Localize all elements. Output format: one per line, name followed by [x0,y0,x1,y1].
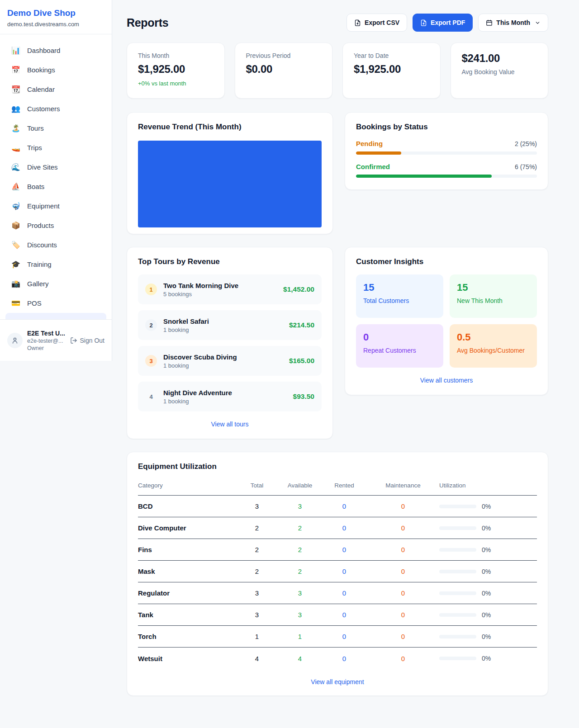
sidebar-item-bookings[interactable]: 📅 Bookings [5,60,106,80]
cell-category: BCD [138,502,236,510]
sidebar-item-gallery[interactable]: 📸 Gallery [5,274,106,293]
view-all-customers-link[interactable]: View all customers [356,377,537,384]
utilization-percent: 0% [482,590,491,597]
sign-out-button[interactable]: Sign Out [70,337,104,344]
sidebar-item-discounts[interactable]: 🏷️ Discounts [5,235,106,255]
utilization-bar [439,526,476,530]
sidebar-item-reports-active-partial[interactable] [5,313,106,319]
column-header: Category [138,482,236,489]
sign-out-label: Sign Out [80,337,104,344]
tile-repeat-customers: 0 Repeat Customers [356,324,443,368]
view-all-tours-link[interactable]: View all tours [138,421,322,428]
sidebar-item-dashboard[interactable]: 📊 Dashboard [5,41,106,60]
progress-track [356,175,537,178]
sidebar-item-label: Customers [27,105,60,113]
sidebar-item-tours[interactable]: 🏝️ Tours [5,118,106,138]
tour-name: Discover Scuba Diving [163,353,283,361]
sidebar-item-equipment[interactable]: 🤿 Equipment [5,196,106,216]
cell-category: Tank [138,611,236,619]
sidebar-item-products[interactable]: 📦 Products [5,216,106,235]
sidebar-item-label: Calendar [27,85,55,93]
people-icon: 👥 [11,104,21,113]
utilization-percent: 0% [482,611,491,619]
table-row: Dive Computer 2 2 0 0 0% [138,517,537,539]
utilization-bar [439,657,476,660]
sidebar-item-boats[interactable]: ⛵ Boats [5,177,106,196]
cell-utilization: 0% [439,611,537,619]
cell-utilization: 0% [439,655,537,662]
shop-name: Demo Dive Shop [7,8,104,18]
sidebar-item-label: Gallery [27,280,49,288]
tile-value: 0.5 [457,331,530,343]
stat-card-year-to-date: Year to Date $1,925.00 [342,43,441,99]
rank-badge: 2 [145,319,157,331]
tile-new-this-month: 15 New This Month [450,274,537,318]
utilization-bar [439,635,476,638]
rank-badge: 3 [145,355,157,367]
cell-total: 3 [236,611,278,619]
tile-label: Total Customers [363,297,436,304]
cell-rented: 0 [322,546,367,553]
tour-revenue: $165.00 [289,357,314,365]
cell-available: 2 [278,524,322,532]
status-row-pending: Pending 2 (25%) [356,140,537,155]
bookings-by-status-card: Bookings by Status Pending 2 (25%) Confi… [345,112,548,190]
sidebar-item-calendar[interactable]: 📆 Calendar [5,80,106,99]
sidebar: Demo Dive Shop demo.test.divestreams.com… [0,0,112,361]
sidebar-item-training[interactable]: 🎓 Training [5,255,106,274]
insight-tiles: 15 Total Customers 15 New This Month 0 R… [356,274,537,368]
customer-insights-title: Customer Insights [356,257,537,266]
sidebar-item-label: Trips [27,144,42,151]
utilization-bar [439,591,476,595]
cell-total: 3 [236,589,278,597]
credit-card-icon: 💳 [11,299,21,307]
stat-delta: +0% vs last month [138,80,214,87]
person-icon [11,336,19,345]
utilization-bar [439,505,476,508]
sidebar-nav: 📊 Dashboard 📅 Bookings 📆 Calendar 👥 Cust… [0,34,112,319]
utilization-percent: 0% [482,655,491,662]
rank-badge: 4 [145,391,157,402]
sidebar-item-dive-sites[interactable]: 🌊 Dive Sites [5,157,106,177]
graduation-cap-icon: 🎓 [11,260,21,269]
tile-value: 15 [363,282,436,293]
view-all-equipment-link[interactable]: View all equipment [138,678,537,685]
tour-bookings: 1 booking [163,398,287,405]
page-title: Reports [127,16,168,29]
cell-available: 1 [278,633,322,640]
cell-utilization: 0% [439,590,537,597]
status-label: Confirmed [356,163,390,170]
sidebar-item-trips[interactable]: 🚤 Trips [5,138,106,157]
cell-category: Fins [138,546,236,553]
table-row: Torch 1 1 0 0 0% [138,626,537,648]
cell-rented: 0 [322,655,367,662]
stat-label: This Month [138,52,214,59]
equipment-table-header: Category Total Available Rented Maintena… [138,478,537,496]
period-dropdown[interactable]: This Month [478,14,548,32]
tour-name: Night Dive Adventure [163,389,287,397]
revenue-trend-title: Revenue Trend (This Month) [138,123,322,132]
export-csv-button[interactable]: Export CSV [346,14,407,32]
sidebar-item-customers[interactable]: 👥 Customers [5,99,106,118]
file-download-icon [420,19,427,26]
sidebar-item-label: Tours [27,124,44,132]
export-pdf-button[interactable]: Export PDF [413,14,473,32]
tour-list: 1 Two Tank Morning Dive 5 bookings $1,45… [138,274,322,411]
calendar-icon: 📆 [11,85,21,94]
revenue-trend-chart [138,141,322,227]
sidebar-item-label: Boats [27,183,44,190]
tour-bookings: 1 booking [163,326,283,333]
chevron-down-icon [535,20,541,26]
stat-label: Previous Period [246,52,322,59]
stat-label: Avg Booking Value [462,68,537,76]
tour-bookings: 1 booking [163,362,283,369]
column-header: Maintenance [367,482,439,489]
sidebar-item-pos[interactable]: 💳 POS [5,293,106,313]
cell-utilization: 0% [439,503,537,510]
cell-available: 4 [278,655,322,662]
shop-domain: demo.test.divestreams.com [7,21,104,28]
stat-card-this-month: This Month $1,925.00 +0% vs last month [127,43,225,99]
stat-value: $0.00 [246,63,322,76]
sidebar-item-label: Products [27,222,54,229]
tour-revenue: $1,452.00 [283,285,314,293]
